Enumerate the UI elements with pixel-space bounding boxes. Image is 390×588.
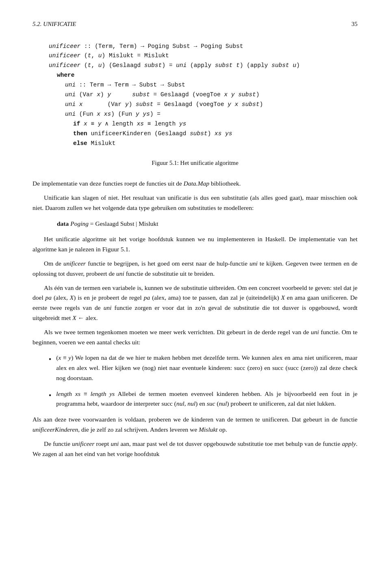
- paragraph-5: Als één van de termen een variabele is, …: [32, 283, 358, 323]
- paragraph-4: Om de unificeer functie te begrijpen, is…: [32, 259, 358, 279]
- code-block: unificeer :: (Term, Term) → Poging Subst…: [49, 42, 358, 149]
- paragraph-1: De implementatie van deze functies roept…: [32, 179, 358, 189]
- bullet-item-1: • (x ≡ y) We lopen na dat de we hier te …: [49, 353, 358, 383]
- bullet-content-1: (x ≡ y) We lopen na dat de we hier te ma…: [56, 353, 358, 383]
- bullet-content-2: length xs ≡ length ys Allebei de termen …: [56, 389, 358, 409]
- data-type-line: data Poging = Geslaagd Subst | Mislukt: [57, 219, 358, 229]
- code-line-10: then unificeerKinderen (Geslaagd subst) …: [73, 129, 358, 139]
- code-line-11: else Mislukt: [73, 139, 358, 149]
- code-line-1: unificeer :: (Term, Term) → Poging Subst…: [49, 42, 358, 52]
- code-line-7: uni x (Var y) subst = Geslaagd (voegToe …: [65, 100, 358, 110]
- code-line-3: unificeer (t, u) (Geslaagd subst) = uni …: [49, 61, 358, 71]
- paragraph-6: Als we twee termen tegenkomen moeten we …: [32, 327, 358, 348]
- final-paragraph-2: De functie unificeer roept uni aan, maar…: [32, 439, 358, 459]
- code-line-6: uni (Var x) y subst = Geslaagd (voegToe …: [65, 90, 358, 100]
- figure-caption: Figuur 5.1: Het unificatie algoritme: [32, 158, 358, 168]
- code-line-5: uni :: Term → Term → Subst → Subst: [65, 80, 358, 90]
- page: 5.2. UNIFICATIE 35 unificeer :: (Term, T…: [0, 0, 390, 588]
- code-line-8: uni (Fun x xs) (Fun y ys) =: [65, 110, 358, 119]
- bullet-dot-1: •: [49, 354, 51, 365]
- page-number: 35: [351, 19, 358, 29]
- paragraph-3: Het unificatie algoritme uit het vorige …: [32, 234, 358, 255]
- bullet-dot-2: •: [49, 390, 51, 402]
- bullet-item-2: • length xs ≡ length ys Allebei de terme…: [49, 389, 358, 409]
- page-header: 5.2. UNIFICATIE 35: [32, 19, 358, 29]
- final-paragraph-1: Als aan deze twee voorwaarden is voldaan…: [32, 415, 358, 435]
- code-line-9: if x ≡ y ∧ length xs ≡ length ys: [73, 119, 358, 129]
- code-line-2: unificeer (t, u) Mislukt = Mislukt: [49, 51, 358, 61]
- paragraph-2: Unificatie kan slagen of niet. Het resul…: [32, 193, 358, 213]
- bullet-list: • (x ≡ y) We lopen na dat de we hier te …: [49, 353, 358, 409]
- section-title: 5.2. UNIFICATIE: [32, 19, 76, 29]
- code-line-4: where: [57, 71, 358, 80]
